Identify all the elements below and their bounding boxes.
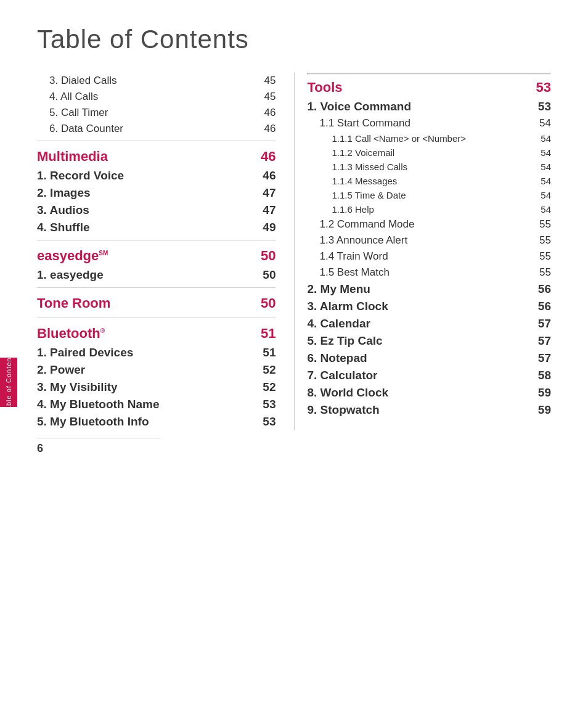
- item-label: 1.1.1 Call <Name> or <Number>: [307, 133, 466, 144]
- item-page: 55: [539, 234, 551, 247]
- toc-item: 2. Power52: [37, 361, 276, 379]
- item-page: 45: [264, 91, 276, 103]
- item-page: 54: [541, 190, 551, 200]
- item-page: 55: [539, 266, 551, 279]
- item-page: 47: [263, 203, 276, 217]
- item-page: 55: [539, 250, 551, 263]
- section-title: Tools: [307, 80, 342, 96]
- section-divider: [37, 240, 276, 240]
- item-page: 47: [263, 186, 276, 200]
- section-title: easyedgeSM: [37, 248, 108, 264]
- item-page: 49: [263, 221, 276, 234]
- item-label: 5. Call Timer: [37, 107, 108, 119]
- item-page: 53: [538, 100, 551, 113]
- toc-item: 1.1 Start Command54: [307, 115, 551, 131]
- item-label: 9. Stopwatch: [307, 403, 379, 417]
- item-label: 1. Record Voice: [37, 169, 124, 183]
- toc-item: 8. World Clock59: [307, 384, 551, 401]
- item-label: 4. Shuffle: [37, 221, 90, 234]
- toc-item: 4. Shuffle49: [37, 219, 276, 236]
- item-page: 54: [541, 147, 551, 158]
- toc-item: 6. Data Counter46: [37, 121, 276, 137]
- item-page: 53: [263, 415, 276, 429]
- right-column: Tools531. Voice Command531.1 Start Comma…: [294, 73, 551, 430]
- toc-item: 1.1.5 Time & Date54: [307, 188, 551, 202]
- toc-item: 4. My Bluetooth Name53: [37, 396, 276, 413]
- item-label: 1.4 Train Word: [307, 250, 388, 263]
- toc-item: 1. Voice Command53: [307, 98, 551, 115]
- item-label: 4. Calendar: [307, 317, 370, 330]
- item-page: 59: [538, 403, 551, 417]
- left-column: 3. Dialed Calls454. All Calls455. Call T…: [37, 73, 294, 430]
- toc-item: 5. Call Timer46: [37, 105, 276, 121]
- item-page: 52: [263, 380, 276, 394]
- item-label: 1.1 Start Command: [307, 117, 410, 129]
- item-label: 2. Images: [37, 186, 91, 200]
- toc-item: 9. Stopwatch59: [307, 401, 551, 419]
- item-label: 5. My Bluetooth Info: [37, 415, 149, 429]
- toc-item: 1.3 Announce Alert55: [307, 232, 551, 248]
- toc-item: 1.5 Best Match55: [307, 265, 551, 281]
- side-tab-label: Table of Contents: [5, 351, 12, 414]
- item-page: 54: [541, 176, 551, 186]
- section-divider: [37, 287, 276, 288]
- toc-item: 1. Record Voice46: [37, 167, 276, 184]
- toc-item: 3. Alarm Clock56: [307, 298, 551, 315]
- item-page: 58: [538, 369, 551, 382]
- section-page: 51: [261, 326, 276, 342]
- toc-item: 1. easyedge50: [37, 266, 276, 284]
- item-page: 57: [538, 317, 551, 330]
- content-wrapper: 3. Dialed Calls454. All Calls455. Call T…: [37, 73, 551, 430]
- page-number: 6: [37, 442, 43, 454]
- page-container: Table of Contents Table of Contents 3. D…: [0, 0, 588, 467]
- item-label: 2. My Menu: [307, 282, 370, 296]
- item-label: 3. Dialed Calls: [37, 75, 117, 87]
- item-label: 1.1.6 Help: [307, 204, 374, 215]
- section-divider: [37, 318, 276, 318]
- item-label: 7. Calculator: [307, 369, 377, 382]
- item-page: 46: [264, 123, 276, 135]
- item-label: 1.1.5 Time & Date: [307, 190, 406, 200]
- section-title: Bluetooth®: [37, 326, 105, 342]
- item-page: 53: [263, 398, 276, 411]
- item-page: 57: [538, 334, 551, 348]
- section-title: Tone Room: [37, 295, 110, 311]
- toc-item: 1.1.6 Help54: [307, 202, 551, 216]
- item-label: 1.1.3 Missed Calls: [307, 162, 407, 172]
- section-header: Tone Room50: [37, 293, 276, 314]
- item-page: 55: [539, 218, 551, 231]
- footer-divider: [37, 438, 160, 438]
- item-label: 1.1.4 Messages: [307, 176, 397, 186]
- item-label: 5. Ez Tip Calc: [307, 334, 382, 348]
- item-label: 1.1.2 Voicemail: [307, 147, 394, 158]
- item-page: 46: [264, 107, 276, 119]
- page-footer: 6: [37, 438, 160, 455]
- section-header: Bluetooth®51: [37, 323, 276, 344]
- item-label: 3. Alarm Clock: [307, 300, 388, 313]
- toc-item: 1.4 Train Word55: [307, 248, 551, 265]
- item-page: 51: [263, 346, 276, 359]
- toc-item: 1.2 Command Mode55: [307, 216, 551, 232]
- item-label: 2. Power: [37, 363, 85, 377]
- toc-item: 7. Calculator58: [307, 367, 551, 384]
- item-page: 56: [538, 282, 551, 296]
- item-page: 50: [263, 268, 276, 282]
- item-page: 59: [538, 386, 551, 400]
- section-header: Multimedia46: [37, 146, 276, 167]
- section-header: Tools53: [307, 77, 551, 98]
- section-title: Multimedia: [37, 149, 108, 165]
- section-header: easyedgeSM50: [37, 245, 276, 266]
- item-label: 1.5 Best Match: [307, 266, 389, 279]
- item-page: 46: [263, 169, 276, 183]
- toc-item: 3. Dialed Calls45: [37, 73, 276, 89]
- toc-item: 5. Ez Tip Calc57: [307, 332, 551, 350]
- page-title: Table of Contents: [37, 25, 551, 54]
- item-page: 54: [541, 204, 551, 215]
- item-page: 54: [541, 133, 551, 144]
- item-label: 6. Notepad: [307, 351, 367, 365]
- right-column-top-border: [307, 73, 551, 75]
- item-label: 1.3 Announce Alert: [307, 234, 407, 247]
- item-page: 54: [541, 162, 551, 172]
- item-label: 1.2 Command Mode: [307, 218, 414, 231]
- item-label: 8. World Clock: [307, 386, 388, 400]
